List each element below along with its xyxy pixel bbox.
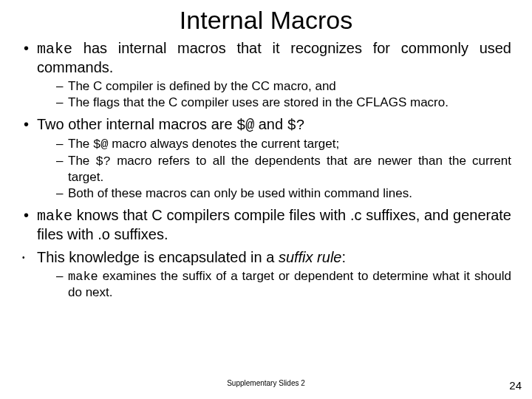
bullet-c-suffixes: make knows that C compilers compile file… [21, 206, 511, 244]
slide-title: Internal Macros [21, 6, 511, 35]
text: : [341, 249, 346, 265]
text: knows that C compilers compile files wit… [37, 207, 511, 242]
code-dollar-at: $@ [93, 137, 108, 151]
text: The [68, 154, 96, 168]
code-dollar-qm: $? [287, 117, 305, 134]
sub-dollar-at: The $@ macro always denotes the current … [56, 136, 511, 152]
sub-list: The C compiler is defined by the CC macr… [56, 78, 511, 111]
sub-cflags-macro: The flags that the C compiler uses are s… [56, 95, 511, 110]
sub-examines-suffix: make examines the suffix of a target or … [56, 268, 511, 301]
text: The [68, 137, 93, 151]
sub-cc-macro: The C compiler is defined by the CC macr… [56, 78, 511, 94]
bullet-list: make has internal macros that it recogni… [21, 39, 511, 300]
code-make: make [37, 41, 72, 58]
text: Two other internal macros are [37, 116, 236, 132]
code-dollar-at: $@ [236, 117, 254, 134]
bullet-make-internal: make has internal macros that it recogni… [21, 39, 511, 111]
text: This knowledge is encapsulated in a [37, 249, 279, 265]
text: examines the suffix of a target or depen… [68, 269, 511, 299]
sub-list: make examines the suffix of a target or … [56, 268, 511, 301]
term-suffix-rule: suffix rule [279, 249, 342, 265]
text: has internal macros that it recognizes f… [37, 40, 511, 75]
page-number: 24 [509, 379, 522, 392]
footer-text: Supplementary Slides 2 [0, 379, 532, 387]
sub-list: The $@ macro always denotes the current … [56, 136, 511, 202]
slide: Internal Macros make has internal macros… [0, 0, 532, 399]
bullet-two-other: Two other internal macros are $@ and $? … [21, 115, 511, 202]
code-make: make [37, 208, 72, 225]
code-make: make [68, 270, 98, 284]
code-dollar-qm: $? [96, 154, 111, 168]
text: macro always denotes the current target; [108, 137, 339, 151]
sub-dollar-qm: The $? macro refers to all the dependent… [56, 153, 511, 185]
text: macro refers to all the dependents that … [68, 154, 511, 184]
text: and [254, 116, 287, 132]
bullet-suffix-rule: This knowledge is encapsulated in a suff… [21, 248, 511, 301]
sub-command-lines: Both of these macros can only be used wi… [56, 185, 511, 201]
